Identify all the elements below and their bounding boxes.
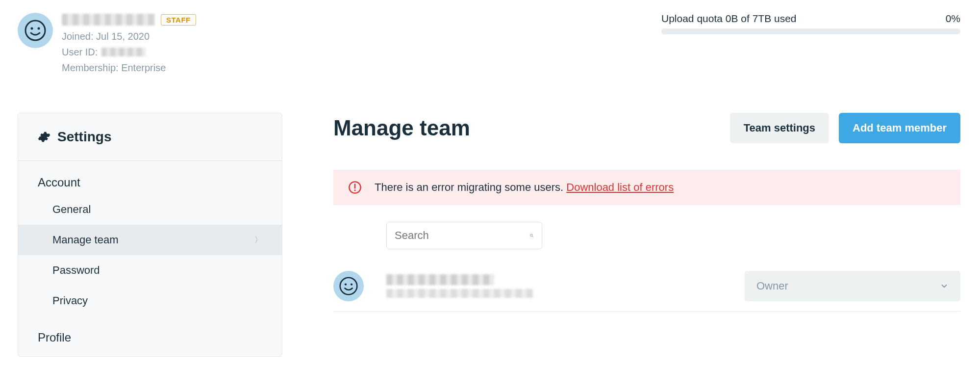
sidebar-header: Settings xyxy=(18,113,282,161)
gear-icon xyxy=(38,131,50,143)
sidebar-item-label: General xyxy=(52,203,91,216)
member-row: Owner xyxy=(333,264,960,312)
download-errors-link[interactable]: Download list of errors xyxy=(566,181,674,193)
page-header: Manage team Team settings Add team membe… xyxy=(333,113,960,143)
search-icon xyxy=(529,230,534,241)
sidebar-item-label: Password xyxy=(52,264,100,277)
role-label: Owner xyxy=(756,280,788,292)
member-email-redacted xyxy=(386,289,533,298)
svg-point-1 xyxy=(31,27,33,30)
upload-quota: Upload quota 0B of 7TB used 0% xyxy=(661,13,960,34)
alert-icon xyxy=(348,181,362,194)
action-buttons: Team settings Add team member xyxy=(730,113,960,143)
role-select[interactable]: Owner xyxy=(745,271,960,301)
user-header: STAFF Joined: Jul 15, 2020 User ID: Memb… xyxy=(18,13,196,76)
smile-icon xyxy=(339,277,358,295)
svg-line-7 xyxy=(532,236,533,237)
section-profile: Profile xyxy=(18,316,282,356)
chevron-right-icon: 〉 xyxy=(254,235,262,245)
section-account: Account xyxy=(18,161,282,194)
sidebar-item-password[interactable]: Password xyxy=(18,255,282,286)
sidebar-item-manage-team[interactable]: Manage team 〉 xyxy=(18,225,282,255)
staff-badge: STAFF xyxy=(161,14,196,26)
settings-sidebar: Settings Account General Manage team 〉 P… xyxy=(18,113,282,357)
sidebar-title: Settings xyxy=(57,129,111,145)
sidebar-item-privacy[interactable]: Privacy xyxy=(18,286,282,316)
sidebar-item-general[interactable]: General xyxy=(18,194,282,225)
membership: Membership: Enterprise xyxy=(62,60,196,76)
sidebar-item-label: Privacy xyxy=(52,294,88,307)
avatar xyxy=(18,13,53,48)
member-avatar xyxy=(333,271,364,301)
quota-bar xyxy=(661,28,960,34)
quota-percent: 0% xyxy=(946,13,960,25)
svg-point-5 xyxy=(354,189,355,191)
alert-message: There is an error migrating some users. … xyxy=(375,181,674,194)
team-settings-button[interactable]: Team settings xyxy=(730,113,829,143)
add-team-member-button[interactable]: Add team member xyxy=(839,113,960,143)
search-input[interactable] xyxy=(395,229,529,242)
svg-point-10 xyxy=(351,283,352,285)
svg-point-9 xyxy=(345,283,347,285)
chevron-down-icon xyxy=(940,282,949,290)
svg-point-0 xyxy=(25,21,45,40)
joined-date: Joined: Jul 15, 2020 xyxy=(62,28,196,44)
search-box[interactable] xyxy=(386,222,542,249)
member-info xyxy=(386,274,745,298)
user-name-redacted xyxy=(62,14,155,26)
user-meta: STAFF Joined: Jul 15, 2020 User ID: Memb… xyxy=(62,14,196,76)
user-id-label: User ID: xyxy=(62,44,98,60)
alert-text: There is an error migrating some users. xyxy=(375,181,566,193)
error-alert: There is an error migrating some users. … xyxy=(333,170,960,205)
sidebar-item-label: Manage team xyxy=(52,234,119,246)
member-name-redacted xyxy=(386,274,494,285)
main-content: Manage team Team settings Add team membe… xyxy=(333,113,960,312)
smile-icon xyxy=(25,20,46,41)
page-title: Manage team xyxy=(333,116,470,140)
quota-text: Upload quota 0B of 7TB used xyxy=(661,13,797,25)
svg-point-2 xyxy=(38,27,40,30)
user-id-redacted xyxy=(101,48,146,56)
user-id-line: User ID: xyxy=(62,44,196,60)
svg-point-8 xyxy=(340,278,357,295)
